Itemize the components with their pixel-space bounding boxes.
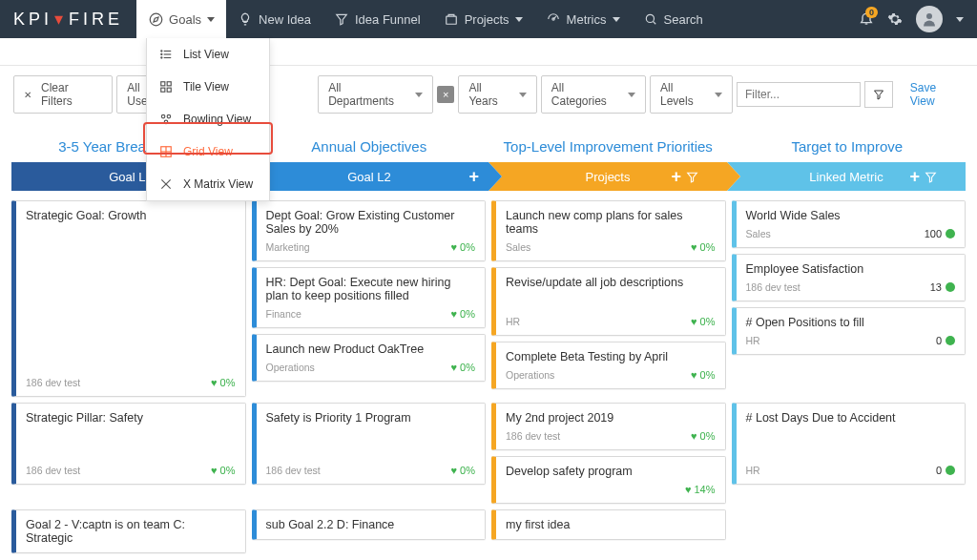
card-title: # Open Positions to fill [746,316,956,329]
dd-xmatrix-view[interactable]: X Matrix View [147,168,269,200]
project-card[interactable]: Develop safety program ♥ 14% [491,456,726,504]
filter-categories[interactable]: All Categories [541,75,646,114]
card-owner: 186 dev test [26,377,80,388]
metric-card[interactable]: Employee Satisfaction 186 dev test13 [732,254,967,301]
nav-new-idea[interactable]: New Idea [226,0,322,38]
card-owner: 186 dev test [506,430,560,442]
funnel-icon[interactable] [686,171,698,183]
chevron-projects[interactable]: Projects + [488,162,727,191]
card-title: World Wide Sales [746,209,956,222]
chevron-down-icon [613,17,620,22]
filter-years[interactable]: All Years [458,75,536,114]
plus-icon[interactable]: + [468,167,479,187]
card-title: Strategic Pillar: Safety [26,411,236,425]
funnel-icon[interactable] [925,171,937,183]
card-title: Revise/update all job descriptions [506,276,716,289]
project-card[interactable]: My 2nd project 2019 186 dev test♥ 0% [491,403,726,450]
nav-idea-funnel[interactable]: Idea Funnel [322,0,432,38]
svg-point-0 [150,13,162,26]
metric-value: 100 [925,228,955,239]
card-owner: HR [746,465,760,476]
project-card[interactable]: Complete Beta Testing by April Operation… [491,342,726,389]
plus-icon[interactable]: + [909,167,920,187]
filter-departments-clear[interactable]: × [437,86,454,103]
chevron-down-icon [628,93,635,97]
filter-text-input[interactable] [737,82,861,107]
filter-levels[interactable]: All Levels [650,75,733,114]
chevron-down-icon [715,93,722,97]
goal-card[interactable]: Goal 2 - V:captn is on team C: Strategic [11,509,246,553]
heart-icon: ♥ 0% [691,430,716,442]
heart-icon: ♥ 0% [211,377,236,388]
card-title: HR: Dept Goal: Execute new hiring plan t… [266,276,476,302]
svg-rect-16 [167,88,171,92]
chevron-linked-metric[interactable]: Linked Metric + [727,162,966,191]
metric-card[interactable]: # Open Positions to fill HR0 [732,307,967,355]
objective-card[interactable]: Safety is Priority 1 Program 186 dev tes… [252,403,487,485]
card-title: Develop safety program [506,465,716,478]
filter-apply-button[interactable] [864,81,893,108]
chevron-goal-l2[interactable]: Goal L2 + [250,162,488,191]
chevron-down-icon [207,17,215,22]
lane-title-2: Annual Objectives [251,138,488,162]
card-owner: 186 dev test [26,465,80,476]
goal-card[interactable]: Strategic Goal: Growth 186 dev test♥ 0% [11,200,246,397]
project-card[interactable]: my first idea [491,509,726,540]
objective-card[interactable]: sub Goal 2.2 D: Finance [252,509,487,540]
svg-point-18 [167,114,171,118]
lane-title-3: Top-Level Improvement Priorities [489,138,727,162]
nav-goals[interactable]: Goals [136,0,226,38]
card-owner: Sales [506,241,530,253]
svg-point-17 [161,114,165,118]
dd-grid-view[interactable]: Grid View [147,135,269,168]
card-title: Strategic Goal: Growth [26,209,236,222]
grid-icon [158,144,174,159]
metric-card[interactable]: # Lost Days Due to Accident HR0 [732,403,967,485]
brand-logo: KPI ▾ FIRE [0,0,136,38]
objective-card[interactable]: Launch new Product OakTree Operations♥ 0… [252,334,487,382]
nav-metrics[interactable]: Metrics [534,0,632,38]
card-title: Launch new comp plans for sales teams [506,209,716,236]
project-card[interactable]: Launch new comp plans for sales teams Sa… [491,200,726,261]
gear-icon[interactable] [887,11,903,27]
compass-icon [148,11,163,27]
card-title: my first idea [506,518,716,531]
nav-projects[interactable]: Projects [432,0,534,38]
dd-tile-view[interactable]: Tile View [147,71,269,103]
card-owner: Operations [506,369,554,381]
card-owner: Sales [746,228,771,239]
grid-row: Goal 2 - V:captn is on team C: Strategic… [11,509,966,553]
goal-card[interactable]: Strategic Pillar: Safety 186 dev test♥ 0… [11,403,246,485]
card-title: sub Goal 2.2 D: Finance [266,518,476,531]
project-card[interactable]: Revise/update all job descriptions HR♥ 0… [491,267,726,336]
card-title: My 2nd project 2019 [506,411,716,425]
metric-card[interactable]: World Wide Sales Sales100 [732,200,967,248]
filter-departments[interactable]: All Departments [318,75,433,114]
flame-icon: ▾ [54,9,67,30]
card-title: Launch new Product OakTree [266,342,476,356]
heart-icon: ♥ 14% [685,484,716,495]
objective-card[interactable]: HR: Dept Goal: Execute new hiring plan t… [252,267,487,328]
user-avatar[interactable] [916,6,943,32]
nav-search[interactable]: Search [632,0,715,38]
chevron-down-icon [515,17,523,22]
svg-point-12 [161,57,162,58]
grid-body: Strategic Goal: Growth 186 dev test♥ 0% … [0,191,977,560]
notifications-button[interactable]: 0 [859,10,874,29]
clear-filters-button[interactable]: Clear Filters [13,75,113,114]
funnel-icon [334,11,349,27]
svg-marker-25 [874,91,883,99]
objective-card[interactable]: Dept Goal: Grow Existing Customer Sales … [252,200,487,261]
list-icon [158,47,174,62]
card-owner: HR [746,335,760,346]
dd-list-view[interactable]: List View [147,38,269,71]
card-owner: HR [506,316,520,327]
card-title: Employee Satisfaction [746,262,956,276]
svg-point-4 [646,14,654,22]
plus-icon[interactable]: + [671,167,681,187]
lightbulb-icon [238,11,253,27]
dd-bowling-view[interactable]: Bowling View [147,103,269,135]
search-icon [643,11,658,27]
card-owner: Operations [266,362,315,373]
save-view-link[interactable]: Save View [910,81,964,108]
